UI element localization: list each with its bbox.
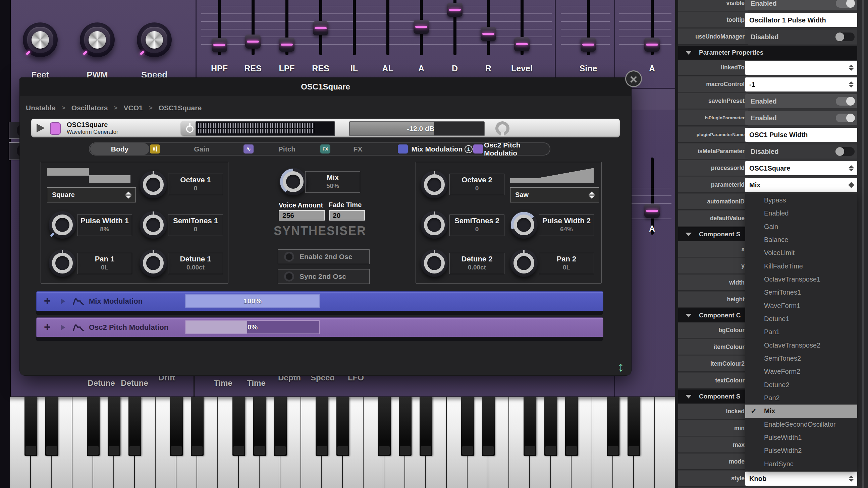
- piano-black-key[interactable]: [461, 397, 474, 456]
- dropdown-item-octavetranspose1[interactable]: OctaveTranspose1: [745, 273, 857, 286]
- dropdown-item-balance[interactable]: Balance: [745, 233, 857, 246]
- piano-black-key[interactable]: [399, 397, 411, 456]
- add-modulator-icon[interactable]: +: [44, 322, 51, 332]
- expand-arrow-icon[interactable]: [61, 298, 65, 304]
- knob-osc1-4[interactable]: [140, 249, 167, 277]
- property-select[interactable]: Mix: [745, 178, 857, 192]
- piano-black-key[interactable]: [253, 397, 266, 456]
- piano-black-key[interactable]: [128, 397, 141, 456]
- hardware-knob-feet[interactable]: [23, 23, 58, 57]
- slider-cap[interactable]: [514, 37, 530, 51]
- knob-osc2-2[interactable]: [510, 211, 538, 239]
- slider-cap[interactable]: [313, 21, 328, 35]
- mod-bar-osc2pitch[interactable]: +Osc2 Pitch Modulation0%: [36, 317, 603, 337]
- resize-icon[interactable]: ↕: [617, 360, 624, 373]
- knob-osc1-2[interactable]: [140, 211, 167, 239]
- piano-black-key[interactable]: [191, 397, 204, 456]
- property-select[interactable]: [745, 61, 857, 75]
- add-modulator-icon[interactable]: +: [44, 296, 51, 306]
- toggle-switch[interactable]: [836, 113, 855, 122]
- toggle-switch[interactable]: [836, 0, 855, 8]
- piano-black-key[interactable]: [544, 397, 557, 456]
- knob-osc2-1[interactable]: [421, 211, 448, 239]
- slider-cap[interactable]: [480, 27, 496, 41]
- slider-track[interactable]: [386, 0, 390, 55]
- dropdown-item-pulsewidth1[interactable]: PulseWidth1: [745, 431, 857, 444]
- play-icon[interactable]: [36, 124, 44, 132]
- knob-osc1-1[interactable]: [49, 211, 76, 239]
- dropdown-item-detune2[interactable]: Detune2: [745, 379, 857, 391]
- tab-gain[interactable]: Gain: [161, 143, 243, 155]
- volume-slider[interactable]: -12.0 dB: [349, 121, 485, 136]
- slider-cap[interactable]: [581, 37, 596, 52]
- property-input[interactable]: Oscillator 1 Pulse Width: [745, 13, 857, 27]
- breadcrumb-item-unstable[interactable]: Unstable: [26, 104, 56, 112]
- piano-black-key[interactable]: [524, 397, 536, 456]
- osc2-wave-select[interactable]: Saw: [510, 187, 599, 202]
- close-dialog-button[interactable]: [625, 70, 642, 87]
- slider-cap[interactable]: [447, 3, 463, 17]
- piano-black-key[interactable]: [378, 397, 391, 456]
- piano-black-key[interactable]: [232, 397, 245, 456]
- slider-cap[interactable]: [245, 35, 260, 48]
- tab-mix-modulation[interactable]: Mix Modulation: [409, 143, 465, 155]
- piano-black-key[interactable]: [25, 397, 37, 456]
- property-select[interactable]: Knob: [745, 471, 857, 486]
- knob-osc1-0[interactable]: [140, 171, 167, 198]
- dropdown-item-voicelimit[interactable]: VoiceLimit: [745, 246, 857, 259]
- expand-arrow-icon[interactable]: [61, 324, 65, 330]
- dropdown-item-killfadetime[interactable]: KillFadeTime: [745, 260, 857, 273]
- dropdown-item-pan1[interactable]: Pan1: [745, 325, 857, 338]
- piano-black-key[interactable]: [316, 397, 328, 456]
- slider-track[interactable]: [651, 158, 654, 235]
- slider-cap[interactable]: [279, 37, 294, 52]
- hardware-knob-pwm[interactable]: [80, 23, 115, 57]
- mod-intensity-slider[interactable]: 100%: [185, 294, 320, 308]
- dropdown-item-semitones2[interactable]: SemiTones2: [745, 352, 857, 365]
- piano-black-key[interactable]: [108, 397, 120, 456]
- inspector-scrollbar[interactable]: [857, 0, 868, 488]
- breadcrumb-item-vco1[interactable]: VCO1: [123, 104, 143, 112]
- mod-bar-mix[interactable]: +Mix Modulation100%: [36, 291, 603, 312]
- piano-black-key[interactable]: [627, 397, 640, 456]
- tab-osc2-pitch-modulation[interactable]: Osc2 Pitch Modulatio: [484, 143, 550, 155]
- processor-color-swatch[interactable]: [50, 122, 61, 135]
- dropdown-item-octavetranspose2[interactable]: OctaveTranspose2: [745, 339, 857, 352]
- piano-black-key[interactable]: [170, 397, 183, 456]
- slider-track[interactable]: [353, 0, 356, 55]
- dropdown-item-gain[interactable]: Gain: [745, 220, 857, 233]
- dropdown-item-semitones1[interactable]: SemiTones1: [745, 286, 857, 299]
- piano-black-key[interactable]: [87, 397, 100, 456]
- knob-osc2-0[interactable]: [421, 171, 448, 198]
- sync-2nd-osc-button[interactable]: Sync 2nd Osc: [278, 269, 370, 284]
- dropdown-item-pulsewidth2[interactable]: PulseWidth2: [745, 444, 857, 457]
- piano-black-key[interactable]: [45, 397, 58, 456]
- slider-cap[interactable]: [212, 38, 227, 52]
- osc1-wave-select[interactable]: Square: [47, 187, 136, 202]
- property-select[interactable]: OSC1Square: [745, 161, 857, 175]
- slider-cap[interactable]: [644, 37, 660, 52]
- tab-body[interactable]: Body: [90, 143, 149, 155]
- property-select[interactable]: -1: [745, 77, 857, 92]
- toggle-switch[interactable]: [836, 147, 855, 156]
- dropdown-item-pan2[interactable]: Pan2: [745, 391, 857, 404]
- section-header-parameter-properties[interactable]: Parameter Properties: [678, 45, 868, 60]
- knob-osc2-3[interactable]: [421, 249, 448, 277]
- toggle-switch[interactable]: [836, 33, 855, 41]
- dropdown-item-mix[interactable]: ✓Mix: [745, 404, 857, 418]
- slider-cap[interactable]: [413, 20, 429, 34]
- tab-fx[interactable]: FX: [331, 143, 385, 155]
- piano-black-key[interactable]: [274, 397, 287, 456]
- piano-black-key[interactable]: [420, 397, 432, 456]
- tab-pitch[interactable]: Pitch: [254, 143, 320, 155]
- knob-mix[interactable]: [279, 168, 307, 195]
- hardware-knob-speed[interactable]: [137, 23, 172, 57]
- dropdown-item-waveform2[interactable]: WaveForm2: [745, 365, 857, 378]
- dropdown-item-enabled[interactable]: Enabled: [745, 207, 857, 220]
- piano-black-key[interactable]: [565, 397, 578, 456]
- piano-white-key[interactable]: [655, 397, 676, 488]
- dropdown-item-hardsync[interactable]: HardSync: [745, 457, 857, 470]
- dropdown-item-waveform1[interactable]: WaveForm1: [745, 299, 857, 313]
- knob-osc2-4[interactable]: [510, 249, 538, 277]
- piano-black-key[interactable]: [607, 397, 619, 456]
